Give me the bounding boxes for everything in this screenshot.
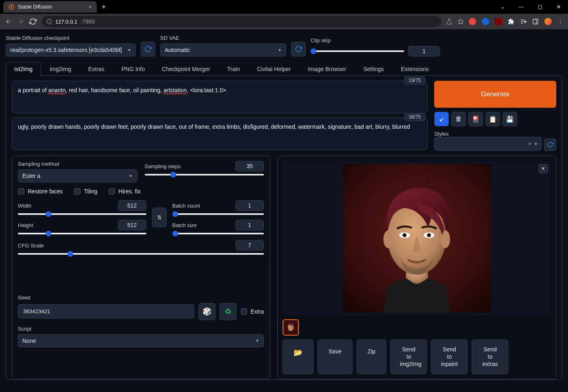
clip-slider[interactable] xyxy=(311,50,404,52)
tab-txt2img[interactable]: txt2img xyxy=(6,62,41,76)
reuse-seed-button[interactable]: ♻ xyxy=(220,303,237,320)
send-img2img-button[interactable]: Send to img2img xyxy=(390,340,427,374)
hires-fix-checkbox[interactable] xyxy=(109,188,115,195)
extensions-icon[interactable] xyxy=(508,18,514,25)
arrow-btn[interactable]: ↙ xyxy=(434,112,449,126)
sampling-steps-slider[interactable] xyxy=(145,174,264,175)
seed-input[interactable] xyxy=(18,304,194,318)
checkpoint-select[interactable]: real/protogen-x5.3.safetensors [e3cda540… xyxy=(6,43,136,56)
width-slider[interactable] xyxy=(18,213,146,215)
main-tabs: txt2img img2img Extras PNG Info Checkpoi… xyxy=(6,62,562,76)
restore-faces-checkbox[interactable] xyxy=(18,188,24,195)
sampling-method-select[interactable]: Euler a ▼ xyxy=(18,169,137,182)
swap-wh-button[interactable]: ⇅ xyxy=(152,208,167,227)
vae-select[interactable]: Automatic ▼ xyxy=(160,43,286,56)
window-close[interactable]: ✕ xyxy=(549,0,568,14)
star-icon[interactable] xyxy=(457,18,464,25)
tab-settings[interactable]: Settings xyxy=(355,62,392,76)
sampling-method-label: Sampling method xyxy=(18,161,137,167)
neg-prompt-input[interactable]: ugly, poorly drawn hands, poorly drawn f… xyxy=(12,117,428,150)
svg-point-1 xyxy=(11,6,12,8)
tab-extras[interactable]: Extras xyxy=(80,62,113,76)
chevron-down-icon: ▼ xyxy=(129,174,133,178)
app-root: Stable Diffusion checkpoint real/protoge… xyxy=(0,29,568,386)
restore-faces-label: Restore faces xyxy=(28,188,63,195)
playlist-icon[interactable] xyxy=(520,18,527,25)
new-tab-button[interactable]: + xyxy=(102,3,106,11)
cfg-value[interactable]: 7 xyxy=(235,240,264,251)
close-icon[interactable]: × xyxy=(89,4,92,10)
panel-icon[interactable] xyxy=(532,18,539,25)
send-extras-button[interactable]: Send to extras xyxy=(472,340,508,374)
tab-checkpoint-merger[interactable]: Checkpoint Merger xyxy=(153,62,218,76)
browser-chrome: Stable Diffusion × + ⌄ — ▢ ✕ 127.0.0.1:7… xyxy=(0,0,568,29)
ext-ublock-icon[interactable] xyxy=(495,18,502,25)
menu-icon[interactable]: ⋮ xyxy=(557,18,563,25)
send-inpaint-button[interactable]: Send to inpaint xyxy=(431,340,468,374)
window-minimize[interactable]: — xyxy=(512,0,531,14)
nav-bar: 127.0.0.1:7860 ⋮ xyxy=(0,14,568,29)
reload-icon[interactable] xyxy=(29,18,37,25)
neg-token-count: 38/75 xyxy=(404,113,425,121)
address-bar[interactable]: 127.0.0.1:7860 xyxy=(41,16,441,27)
height-value[interactable]: 512 xyxy=(118,220,146,230)
trash-btn[interactable]: 🗑 xyxy=(451,112,466,126)
width-value[interactable]: 512 xyxy=(118,200,146,211)
styles-refresh[interactable] xyxy=(544,139,556,151)
sampling-steps-value[interactable]: 35 xyxy=(235,161,264,171)
prompt-input[interactable]: a portrait of anantn, red hair, handsome… xyxy=(12,81,428,113)
svg-point-17 xyxy=(403,233,407,237)
output-thumbnail[interactable] xyxy=(283,319,299,336)
chevron-down-icon: ▼ xyxy=(278,48,282,52)
close-image-button[interactable]: ✕ xyxy=(539,164,548,173)
batch-size-value[interactable]: 1 xyxy=(235,220,264,230)
ext-pocket-icon[interactable] xyxy=(469,18,476,25)
window-chevron[interactable]: ⌄ xyxy=(493,0,512,14)
ext-1password-icon[interactable] xyxy=(482,18,489,25)
tab-img2img[interactable]: img2img xyxy=(41,62,80,76)
batch-size-slider[interactable] xyxy=(172,233,264,234)
zip-output-button[interactable]: Zip xyxy=(357,340,386,374)
styles-select[interactable]: ×▼ xyxy=(434,137,542,151)
forward-icon[interactable] xyxy=(17,18,24,25)
height-label: Height xyxy=(18,222,33,228)
window-maximize[interactable]: ▢ xyxy=(531,0,549,14)
save-btn[interactable]: 💾 xyxy=(503,112,517,126)
checkpoint-refresh[interactable] xyxy=(141,42,155,56)
extra-checkbox[interactable] xyxy=(241,308,247,315)
cfg-slider[interactable] xyxy=(18,253,264,255)
share-icon[interactable] xyxy=(446,18,453,25)
tab-extensions[interactable]: Extensions xyxy=(392,62,437,76)
tab-civitai[interactable]: Civitai Helper xyxy=(248,62,299,76)
save-output-button[interactable]: Save xyxy=(318,340,353,374)
clipboard-btn[interactable]: 📋 xyxy=(485,112,500,126)
url-host: 127.0.0.1 xyxy=(55,19,77,25)
vae-label: SD VAE xyxy=(160,35,286,41)
vae-value: Automatic xyxy=(165,47,190,53)
tab-pnginfo[interactable]: PNG Info xyxy=(113,62,154,76)
batch-count-slider[interactable] xyxy=(172,213,264,215)
back-icon[interactable] xyxy=(5,18,12,25)
vae-refresh[interactable] xyxy=(291,42,306,56)
tab-train[interactable]: Train xyxy=(219,62,248,76)
width-label: Width xyxy=(18,203,31,209)
generate-button[interactable]: Generate xyxy=(434,81,556,108)
tab-imagebrowser[interactable]: Image Browser xyxy=(299,62,355,76)
svg-point-19 xyxy=(427,233,431,237)
hires-fix-label: Hires. fix xyxy=(118,188,140,195)
random-seed-button[interactable]: 🎲 xyxy=(198,303,215,320)
clip-value[interactable]: 1 xyxy=(408,46,440,56)
script-select[interactable]: None ▼ xyxy=(18,334,264,347)
browser-tab[interactable]: Stable Diffusion × xyxy=(3,1,97,13)
profile-avatar[interactable] xyxy=(544,18,552,25)
tab-favicon xyxy=(8,4,15,10)
svg-marker-5 xyxy=(458,19,463,24)
card-btn[interactable]: 🎴 xyxy=(468,112,483,126)
height-slider[interactable] xyxy=(18,233,146,234)
chevron-down-icon: ▼ xyxy=(255,338,259,343)
batch-count-value[interactable]: 1 xyxy=(235,200,264,211)
output-image[interactable]: ✕ xyxy=(283,161,551,315)
svg-point-14 xyxy=(383,230,393,248)
tiling-checkbox[interactable] xyxy=(74,188,81,195)
open-folder-button[interactable]: 📂 xyxy=(283,340,313,374)
